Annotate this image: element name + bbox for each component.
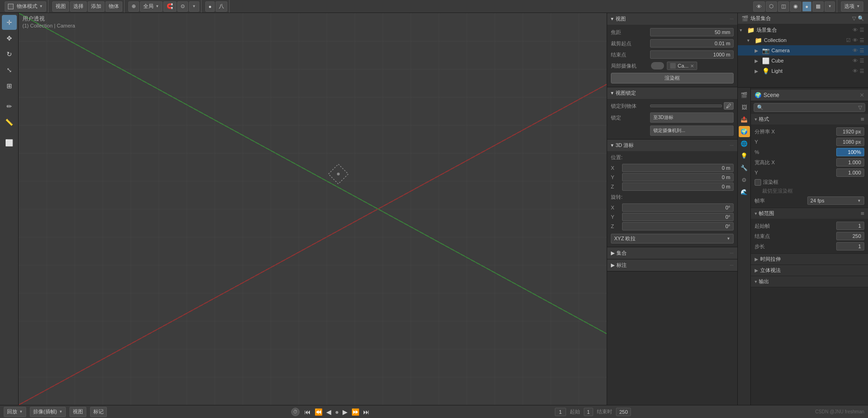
- end-frame-value[interactable]: 250: [836, 232, 864, 240]
- mode-dropdown[interactable]: 物体模式 ▼: [5, 1, 46, 12]
- lock-3d-btn[interactable]: 至3D游标: [650, 112, 734, 123]
- tree-item-collection[interactable]: ▾ 📁 Collection ☑ 👁 ☰: [738, 35, 868, 45]
- res-y-value[interactable]: 1080 px: [836, 138, 864, 146]
- lock-pick-btn[interactable]: 🖊: [724, 102, 734, 110]
- cursor-ry-value[interactable]: 0°: [622, 213, 734, 221]
- search-filter-btn[interactable]: ▽: [858, 104, 862, 111]
- tool-cursor[interactable]: ✛: [2, 15, 17, 30]
- playback-mode-btn[interactable]: 回放 ▼: [4, 407, 26, 417]
- menu-view[interactable]: 视图: [52, 1, 69, 12]
- tool-transform[interactable]: ⊞: [2, 78, 17, 93]
- format-header[interactable]: ▾ 格式 ≡: [751, 114, 868, 125]
- current-frame-input[interactable]: 1: [555, 408, 566, 416]
- tool-move[interactable]: ✥: [2, 31, 17, 46]
- end-value[interactable]: 250: [616, 408, 631, 416]
- vp-btn2[interactable]: 八: [216, 1, 227, 12]
- local-camera-toggle[interactable]: [651, 62, 664, 70]
- interpolation-btn[interactable]: 掠像(插帧) ▼: [30, 407, 66, 417]
- proportional-btn[interactable]: ⊙: [177, 1, 188, 12]
- step-back-btn[interactable]: ⏪: [314, 407, 323, 417]
- frame-rate-dropdown[interactable]: 24 fps ▼: [807, 196, 865, 205]
- cursor-x-value[interactable]: 0 m: [622, 164, 734, 172]
- collection-expand[interactable]: ▾: [747, 38, 753, 43]
- vp-btn1[interactable]: ●: [205, 1, 215, 12]
- overlay-btn[interactable]: 👁: [753, 1, 765, 12]
- play-fwd-btn[interactable]: ▶: [342, 407, 349, 417]
- lock-camera-btn[interactable]: 锁定摄像机到...: [650, 125, 734, 136]
- prop-tab-physics[interactable]: 🌊: [739, 187, 750, 198]
- cube-sel-icon[interactable]: ☰: [860, 58, 864, 64]
- step-fwd-btn[interactable]: ⏩: [350, 407, 360, 417]
- tool-scale[interactable]: ⤡: [2, 63, 17, 77]
- scene-coll-sel-icon[interactable]: ☰: [860, 27, 864, 33]
- render-mode-btn1[interactable]: ⬡: [766, 1, 777, 12]
- annotation-more[interactable]: ···: [730, 263, 734, 268]
- render-region-checkbox[interactable]: [755, 179, 761, 186]
- collection-more[interactable]: ···: [730, 251, 734, 256]
- prop-tab-particles[interactable]: ⚙: [739, 174, 750, 186]
- render-frame-btn[interactable]: 渲染框: [611, 73, 734, 84]
- render-mode-btn2[interactable]: ◫: [778, 1, 789, 12]
- tree-item-scene-collection[interactable]: ▾ 📁 场景集合 👁 ☰: [738, 25, 868, 35]
- clip-start-value[interactable]: 0.01 m: [650, 39, 734, 48]
- cursor-y-value[interactable]: 0 m: [622, 173, 734, 181]
- collection-header[interactable]: ▶ 集合 ···: [607, 247, 737, 259]
- cube-vis-icon[interactable]: 👁: [853, 58, 858, 64]
- camera-chip-close[interactable]: ✕: [690, 63, 694, 69]
- camera-sel-icon[interactable]: ☰: [860, 48, 864, 54]
- lock-to-object-value[interactable]: [650, 104, 722, 107]
- outliner-search-btn[interactable]: 🔍: [858, 15, 864, 21]
- render-mode-btn4[interactable]: ●: [802, 1, 812, 12]
- viewport[interactable]: 用户透视 (1) Collection | Camera Z X: [19, 13, 737, 405]
- shading-dropdown[interactable]: ▼: [825, 1, 835, 12]
- render-mode-btn3[interactable]: ◉: [790, 1, 801, 12]
- fr-list-btn[interactable]: ≡: [861, 210, 864, 217]
- tree-item-cube[interactable]: ▶ ⬜ Cube 👁 ☰: [738, 56, 868, 66]
- view-lock-header[interactable]: ▾ 视图锁定: [607, 87, 737, 99]
- scene-collection-expand[interactable]: ▾: [740, 28, 745, 33]
- prop-tab-object[interactable]: 💡: [739, 150, 750, 161]
- cursor-z-value[interactable]: 0 m: [622, 182, 734, 191]
- prop-tab-scene[interactable]: 🌍: [739, 126, 750, 137]
- tree-item-light[interactable]: ▶ 💡 Light 👁 ☰: [738, 66, 868, 76]
- cursor-rz-value[interactable]: 0°: [622, 222, 734, 230]
- prop-tab-world[interactable]: 🌐: [739, 138, 750, 149]
- bb-view-btn[interactable]: 视图: [70, 407, 86, 417]
- snap-dropdown[interactable]: 全局 ▼: [140, 1, 162, 12]
- light-vis-icon[interactable]: 👁: [853, 68, 858, 74]
- time-stretch-header[interactable]: ▶ 时间拉伸: [751, 254, 868, 265]
- focal-length-value[interactable]: 50 mm: [650, 28, 734, 36]
- bb-marker-btn[interactable]: 标记: [90, 407, 107, 417]
- prop-tab-output[interactable]: 🖼: [739, 102, 750, 113]
- coll-vis-icon[interactable]: 👁: [853, 37, 858, 43]
- frame-range-header[interactable]: ▾ 帧范围 ≡: [751, 208, 868, 219]
- jump-end-btn[interactable]: ⏭: [362, 407, 371, 417]
- record-btn[interactable]: ●: [334, 407, 340, 417]
- tool-annotate[interactable]: ✏: [2, 99, 17, 114]
- view-more[interactable]: ···: [730, 16, 734, 21]
- res-x-value[interactable]: 1920 px: [836, 127, 864, 136]
- euler-dropdown[interactable]: XYZ 欧拉 ▼: [611, 234, 734, 244]
- jump-start-btn[interactable]: ⏮: [303, 407, 312, 417]
- aspect-x-value[interactable]: 1.000: [836, 158, 864, 167]
- light-expand[interactable]: ▶: [755, 69, 760, 74]
- cube-expand[interactable]: ▶: [755, 58, 760, 63]
- prop-dropdown[interactable]: ▼: [189, 1, 199, 12]
- step-value[interactable]: 1: [836, 242, 864, 251]
- tool-measure[interactable]: 📏: [2, 115, 17, 130]
- outliner-filter-btn[interactable]: ▽: [852, 15, 856, 21]
- light-sel-icon[interactable]: ☰: [860, 68, 864, 74]
- tool-rotate[interactable]: ↻: [2, 47, 17, 62]
- aspect-y-value[interactable]: 1.000: [836, 168, 864, 177]
- prop-tab-view[interactable]: 📤: [739, 114, 750, 125]
- camera-vis-icon[interactable]: 👁: [853, 48, 858, 54]
- prop-tab-render[interactable]: 🎬: [739, 90, 750, 101]
- play-back-btn[interactable]: ◀: [325, 407, 332, 417]
- scene-coll-vis-icon[interactable]: 👁: [853, 27, 858, 33]
- menu-object[interactable]: 物体: [105, 1, 122, 12]
- start-value[interactable]: 1: [584, 408, 593, 416]
- render-mode-btn5[interactable]: ▦: [812, 1, 824, 12]
- start-frame-value[interactable]: 1: [836, 222, 864, 230]
- cursor-header[interactable]: ▾ 3D 游标 ···: [607, 139, 737, 151]
- menu-add[interactable]: 添加: [88, 1, 105, 12]
